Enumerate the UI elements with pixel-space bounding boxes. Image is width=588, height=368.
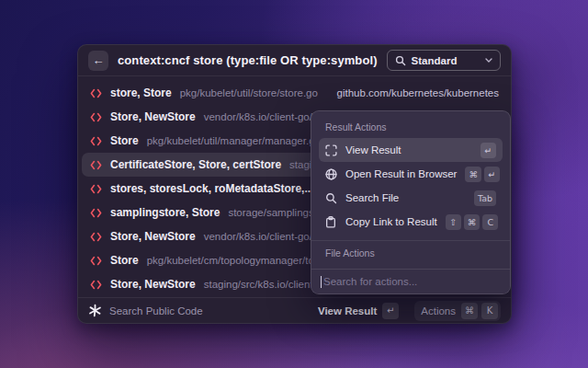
section-title-file-actions: File Actions xyxy=(319,247,503,259)
actions-button[interactable]: Actions ⌘ K xyxy=(414,301,501,321)
clipboard-icon xyxy=(325,216,337,228)
search-header: ← context:cncf store (type:file OR type:… xyxy=(78,45,511,76)
back-button[interactable]: ← xyxy=(88,51,108,71)
result-symbols: CertificateStore, Store, certStore xyxy=(110,158,281,171)
menu-item-label: Search File xyxy=(345,192,399,203)
command-key-badge: ⌘ xyxy=(461,303,478,319)
text-cursor xyxy=(321,276,322,288)
desktop-background: ← context:cncf store (type:file OR type:… xyxy=(0,0,588,368)
code-symbol-icon xyxy=(90,256,102,266)
code-symbol-icon xyxy=(90,208,102,218)
result-symbols: Store, NewStore xyxy=(110,110,196,123)
search-query-input[interactable]: context:cncf store (type:file OR type:sy… xyxy=(118,53,378,67)
actions-search-input[interactable] xyxy=(323,276,501,287)
menu-item-view-result[interactable]: View Result ↵ xyxy=(319,138,503,162)
code-symbol-icon xyxy=(90,88,102,98)
result-symbols: stores, storesLock, roMetadataStore,... xyxy=(110,182,313,195)
result-symbols: Store, NewStore xyxy=(110,230,196,243)
result-path: pkg/kubelet/util/store/store.go xyxy=(180,87,318,98)
view-result-label: View Result xyxy=(318,305,377,316)
c-key-badge: C xyxy=(482,214,498,230)
code-symbol-icon xyxy=(90,184,102,194)
actions-menu-content: Result Actions View Result ↵ xyxy=(311,111,510,288)
command-key-badge: ⌘ xyxy=(464,214,481,230)
status-bar: Search Public Code View Result ↵ Actions… xyxy=(78,297,511,323)
scan-icon xyxy=(325,144,337,156)
globe-icon xyxy=(325,168,337,180)
actions-menu: Result Actions View Result ↵ xyxy=(311,110,511,294)
result-symbols: Store xyxy=(110,254,139,267)
result-symbols: Store xyxy=(110,134,139,147)
code-symbol-icon xyxy=(90,160,102,170)
section-title-result-actions: Result Actions xyxy=(319,121,503,132)
menu-item-copy-link[interactable]: Copy Link to Result ⇧ ⌘ C xyxy=(319,210,503,234)
brand-label: Search Public Code xyxy=(109,305,203,316)
view-result-button[interactable]: View Result ↵ xyxy=(318,303,399,319)
actions-label: Actions xyxy=(421,305,456,316)
back-arrow-icon: ← xyxy=(93,54,105,66)
search-icon xyxy=(395,55,406,66)
code-symbol-icon xyxy=(90,232,102,242)
menu-item-open-in-browser[interactable]: Open Result in Browser ⌘ ↵ xyxy=(319,162,503,186)
command-key-badge: ⌘ xyxy=(465,167,481,182)
code-symbol-icon xyxy=(90,112,102,122)
menu-item-label: View Result xyxy=(345,144,401,155)
result-path: pkg/kubelet/util/manager/manager.go xyxy=(147,135,321,146)
code-symbol-icon xyxy=(90,136,102,146)
result-symbols: Store, NewStore xyxy=(110,278,196,291)
result-symbols: samplingstore, Store xyxy=(110,206,220,219)
starburst-logo-icon xyxy=(88,304,102,317)
shift-key-badge: ⇧ xyxy=(446,214,461,230)
result-symbols: store, Store xyxy=(110,86,172,99)
search-icon xyxy=(325,192,337,204)
return-key-badge: ↵ xyxy=(481,143,496,158)
chevron-down-icon xyxy=(485,58,492,63)
menu-divider xyxy=(311,240,510,241)
code-symbol-icon xyxy=(90,280,102,290)
search-mode-dropdown[interactable]: Standard xyxy=(387,50,501,71)
menu-item-label: Copy Link to Result xyxy=(345,216,437,227)
tab-key-badge: Tab xyxy=(474,190,496,206)
menu-item-search-file[interactable]: Search File Tab xyxy=(319,186,503,210)
search-mode-value: Standard xyxy=(412,55,480,66)
result-repo: github.com/kubernetes/kubernetes xyxy=(337,87,499,98)
k-key-badge: K xyxy=(481,303,498,319)
menu-item-label: Open Result in Browser xyxy=(345,168,457,179)
actions-search-bar xyxy=(311,269,510,293)
return-key-badge: ↵ xyxy=(484,167,500,182)
result-row[interactable]: store, Store pkg/kubelet/util/store/stor… xyxy=(82,81,507,105)
return-key-badge: ↵ xyxy=(382,303,399,319)
